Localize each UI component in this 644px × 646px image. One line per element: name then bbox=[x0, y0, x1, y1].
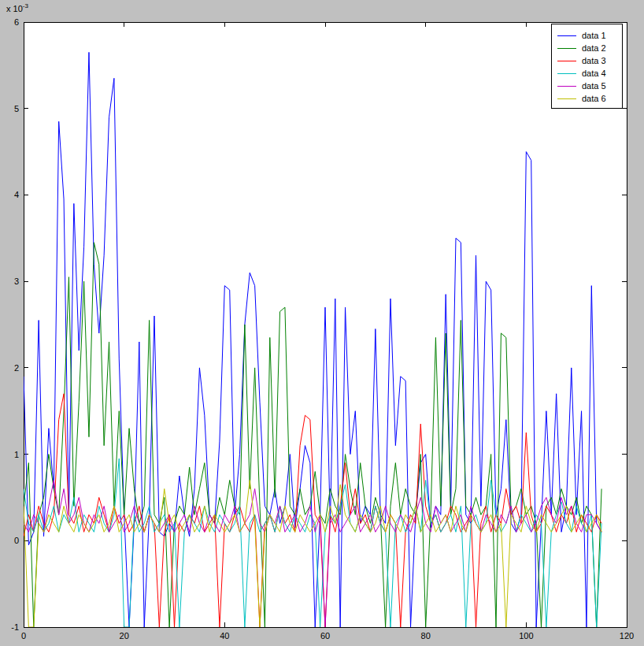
legend-entry-label: data 5 bbox=[582, 81, 606, 91]
legend-entry: data 2 bbox=[557, 42, 622, 54]
legend-entry-label: data 4 bbox=[582, 69, 606, 78]
legend-entry-label: data 3 bbox=[582, 56, 606, 65]
y-axis-tick-label: 5 bbox=[14, 104, 19, 113]
legend-line-sample bbox=[557, 61, 576, 61]
x-axis-tick-label: 20 bbox=[120, 631, 129, 640]
x-axis-tick-label: 100 bbox=[519, 631, 533, 640]
y-axis-tick-label: 3 bbox=[14, 277, 19, 286]
legend-line-sample bbox=[557, 86, 576, 87]
figure-canvas: 020406080100120-10123456 x 10-3 data 1da… bbox=[0, 0, 644, 646]
x-axis-tick-label: 0 bbox=[21, 631, 26, 640]
plot-area: 020406080100120-10123456 bbox=[0, 0, 644, 646]
legend-line-sample bbox=[557, 73, 576, 74]
y-axis-tick-label: 1 bbox=[14, 450, 19, 459]
legend-entry-label: data 2 bbox=[582, 43, 606, 53]
legend-entry: data 3 bbox=[557, 54, 622, 67]
legend-entry-label: data 6 bbox=[582, 94, 606, 103]
legend-line-sample bbox=[557, 98, 576, 99]
x-axis-tick-label: 80 bbox=[421, 631, 431, 640]
y-axis-tick-label: 4 bbox=[14, 190, 19, 199]
exponent-power: -3 bbox=[23, 2, 28, 9]
y-axis-tick-label: 2 bbox=[14, 363, 19, 373]
x-axis-tick-label: 60 bbox=[320, 631, 330, 640]
legend-entry: data 4 bbox=[557, 67, 622, 80]
legend-entry: data 6 bbox=[557, 92, 622, 105]
legend-line-sample bbox=[557, 48, 576, 49]
legend-entry: data 5 bbox=[557, 80, 622, 92]
legend-entry-label: data 1 bbox=[582, 31, 606, 40]
legend-entry: data 1 bbox=[557, 29, 622, 42]
legend: data 1data 2data 3data 4data 5data 6 bbox=[551, 24, 623, 109]
exponent-base: x 10 bbox=[6, 4, 23, 13]
y-axis-tick-label: 0 bbox=[14, 536, 19, 545]
y-axis-exponent-label: x 10-3 bbox=[6, 2, 28, 13]
y-axis-tick-label: -1 bbox=[11, 622, 19, 632]
x-axis-tick-label: 120 bbox=[620, 631, 634, 640]
y-axis-tick-label: 6 bbox=[14, 17, 19, 27]
legend-line-sample bbox=[557, 35, 576, 36]
x-axis-tick-label: 40 bbox=[220, 631, 229, 640]
